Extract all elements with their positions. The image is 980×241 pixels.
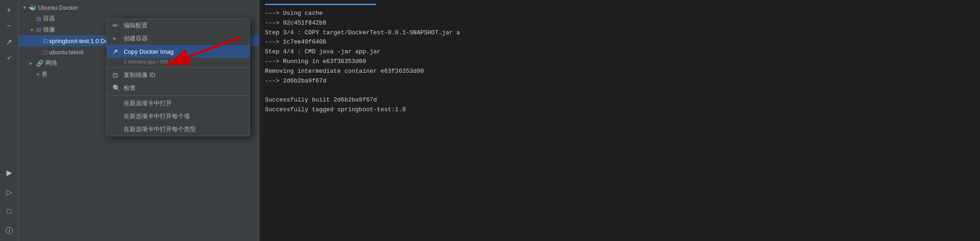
- tree-item-ubuntu-docker[interactable]: ▼ 🐳 Ubuntu Docker: [19, 2, 259, 13]
- context-menu: ✏ 编辑配置 + 创建容器 ↗ Copy Docker Imag 3 minut…: [107, 19, 250, 136]
- docker-icon: 🐳: [29, 4, 36, 11]
- tree-label-volumes: 卷: [42, 70, 48, 78]
- ctx-open-new-tab[interactable]: 在新选项卡中打开: [107, 97, 250, 110]
- terminal-line-8: ---> 2d6b2ba9f67d: [265, 76, 974, 86]
- separator-2: [107, 95, 250, 96]
- tree-label-containers: 容器: [43, 14, 55, 23]
- terminal-line-7: Removing intermediate container e63f3635…: [265, 67, 974, 76]
- terminal-line-9: [265, 86, 974, 95]
- run-button[interactable]: ▶: [3, 166, 16, 179]
- ctx-copy-image-id[interactable]: ⊡ 复制镜像 ID: [107, 69, 250, 82]
- ctx-label-open-each-type: 在新选项卡中打开每个类型: [124, 125, 196, 133]
- terminal-line-5: Step 4/4 : CMD java -jar app.jar: [265, 47, 974, 57]
- minus-button[interactable]: −: [3, 19, 16, 32]
- separator-1: [107, 67, 250, 68]
- tree-label-images: 镜像: [43, 25, 55, 34]
- ctx-label-open-tab: 在新选项卡中打开: [124, 99, 172, 108]
- ctx-open-each-item[interactable]: 在新选项卡中打开每个项: [107, 110, 250, 123]
- terminal-panel: ---> Using cache ---> 92c451f842b8 Step …: [259, 0, 980, 241]
- arrow-icon: ▼: [30, 27, 36, 32]
- ctx-create-container[interactable]: + 创建容器: [107, 32, 250, 45]
- ctx-label-copy: Copy Docker Imag: [124, 48, 174, 55]
- ctx-label-create: 创建容器: [124, 34, 148, 43]
- sidebar: ▼ 🐳 Ubuntu Docker ⊞ 容器 ▼ ⊞ 镜像 □ springbo…: [19, 0, 259, 241]
- expand-button[interactable]: ↗: [3, 35, 16, 48]
- terminal-line-10: Successfully built 2d6b2ba9f67d: [265, 95, 974, 105]
- ctx-label-inspect: 检查: [124, 84, 136, 92]
- ctx-inspect[interactable]: 🔍 检查: [107, 82, 250, 95]
- add-button[interactable]: +: [3, 4, 16, 17]
- copy-icon: ↗: [113, 48, 120, 55]
- file-icon: □: [44, 49, 47, 56]
- progress-bar: [265, 4, 376, 5]
- terminal-line-1: ---> Using cache: [265, 9, 974, 19]
- ctx-label-copy-id: 复制镜像 ID: [124, 71, 156, 79]
- network-icon: 🔗: [36, 60, 44, 67]
- arrow-icon: ▼: [22, 5, 29, 10]
- info-button[interactable]: ⓘ: [3, 224, 16, 237]
- arrow-icon: ▶: [30, 61, 36, 65]
- terminal-line-11: Successfully tagged springboot-test:1.0: [265, 105, 974, 115]
- tree-label-ubuntu-latest: ubuntu:latest: [49, 49, 83, 56]
- grid-icon: ⊞: [36, 15, 41, 22]
- copy-id-icon: ⊡: [113, 71, 120, 79]
- edit-icon: ✏: [113, 22, 120, 29]
- ctx-copy-docker[interactable]: ↗ Copy Docker Imag: [107, 45, 250, 58]
- ctx-subtitle: 3 minutes ago / 591.1MB: [107, 58, 250, 66]
- volume-icon: ≡: [36, 71, 40, 78]
- tree-label-network: 网络: [45, 59, 57, 67]
- ctx-edit-config[interactable]: ✏ 编辑配置: [107, 19, 250, 32]
- play-button[interactable]: ▷: [3, 185, 16, 198]
- ctx-label-edit: 编辑配置: [124, 21, 148, 30]
- ctx-open-each-type[interactable]: 在新选项卡中打开每个类型: [107, 123, 250, 136]
- left-toolbar: + − ↗ ↙ ▶ ▷ □ ⓘ: [0, 0, 19, 241]
- terminal-line-6: ---> Running in e63f36353d00: [265, 57, 974, 67]
- add-icon: +: [113, 35, 120, 42]
- grid-icon: ⊞: [36, 26, 41, 33]
- terminal-line-3: Step 3/4 : COPY target/DockerTest-0.0.1-…: [265, 28, 974, 38]
- tree-label-ubuntu-docker: Ubuntu Docker: [38, 4, 78, 11]
- stop-button[interactable]: □: [3, 205, 16, 218]
- terminal-line-4: ---> 1c7ee49f6408: [265, 38, 974, 47]
- search-icon: 🔍: [113, 84, 120, 92]
- terminal-line-2: ---> 92c451f842b8: [265, 19, 974, 28]
- collapse-button[interactable]: ↙: [3, 51, 16, 64]
- file-icon: □: [44, 38, 47, 44]
- ctx-label-open-each-item: 在新选项卡中打开每个项: [124, 112, 190, 120]
